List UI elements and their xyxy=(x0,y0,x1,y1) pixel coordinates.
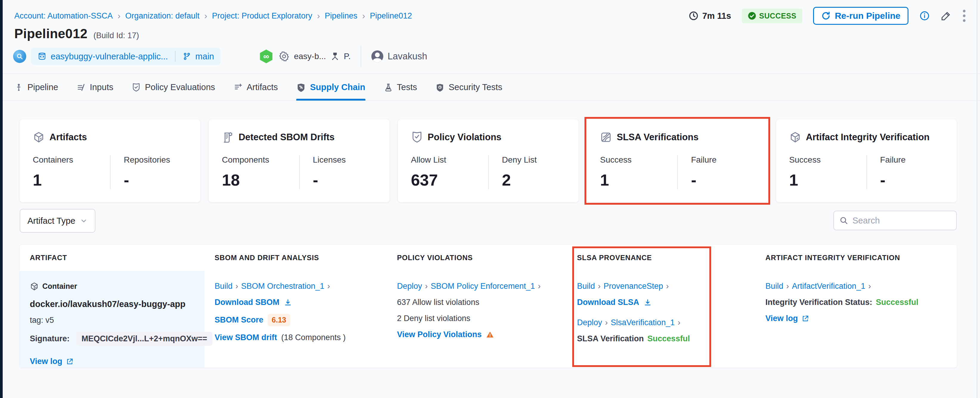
cube-icon xyxy=(789,131,801,143)
cell-integrity: Build › ArtifactVerification_1 › Integri… xyxy=(755,271,957,368)
breadcrumb-pipeline012[interactable]: Pipeline012 xyxy=(370,11,412,21)
trigger-pipeline-name[interactable]: easy-b... xyxy=(294,52,326,61)
trigger-info: easy-b... P. xyxy=(278,51,350,62)
stat-components: Components 18 xyxy=(222,155,299,189)
divider xyxy=(361,46,361,67)
step-link[interactable]: SBOM Orchestration_1 xyxy=(241,281,324,291)
card-artifacts: Artifacts Containers 1 Repositories - xyxy=(20,119,200,202)
signature-value[interactable]: MEQCICde2Vjl...L+2+mqnOXw== xyxy=(76,332,213,346)
user-name: Lavakush xyxy=(387,51,427,62)
scrollbar-track[interactable] xyxy=(977,0,977,398)
run-duration: 7m 11s xyxy=(689,11,731,21)
artifacts-table: ARTIFACT SBOM AND DRIFT ANALYSIS POLICY … xyxy=(20,245,957,368)
pill-divider xyxy=(175,51,175,62)
container-cube-icon xyxy=(30,282,39,291)
download-slsa-link[interactable]: Download SLSA xyxy=(577,298,640,307)
tab-security-tests[interactable]: Security Tests xyxy=(436,74,502,101)
sbom-score-link[interactable]: SBOM Score xyxy=(215,315,264,324)
rerun-label: Re-run Pipeline xyxy=(835,11,900,21)
view-log-link[interactable]: View log xyxy=(765,314,798,323)
card-slsa-verifications: SLSA Verifications Success 1 Failure - xyxy=(587,119,767,202)
tab-inputs[interactable]: Inputs xyxy=(76,74,113,101)
artifact-type-badge: Container xyxy=(30,281,77,291)
cell-policy: Deploy › SBOM Policy Enforcement_1 › 637… xyxy=(387,271,567,368)
stage-link[interactable]: Build xyxy=(215,281,232,291)
slsa-status-label: SLSA Verification xyxy=(577,334,644,344)
cell-artifact: Container docker.io/lavakush07/easy-bugg… xyxy=(20,271,204,368)
breadcrumb-pipelines[interactable]: Pipelines xyxy=(325,11,358,21)
column-header-slsa: SLSA PROVENANCE xyxy=(567,254,755,262)
search-input[interactable] xyxy=(853,216,965,225)
tab-policy-evaluations[interactable]: Policy Evaluations xyxy=(132,74,215,101)
sbom-score-badge: 6.13 xyxy=(268,314,291,326)
breadcrumb-organization[interactable]: Organization: default xyxy=(125,11,199,21)
step-link[interactable]: SlsaVerification_1 xyxy=(611,318,675,327)
view-log-link[interactable]: View log xyxy=(30,357,62,366)
step-link[interactable]: ArtifactVerification_1 xyxy=(792,281,865,291)
chevron-down-icon xyxy=(80,217,88,225)
summary-cards: Artifacts Containers 1 Repositories - De… xyxy=(20,119,957,202)
sbom-drift-count: (18 Components ) xyxy=(282,333,346,342)
supply-chain-shield-icon xyxy=(296,83,306,92)
filter-row: Artifact Type xyxy=(20,209,957,233)
integrity-status-value: Successful xyxy=(876,298,919,307)
tab-pipeline[interactable]: Pipeline xyxy=(14,74,58,101)
divider xyxy=(3,101,980,101)
shield-check-icon xyxy=(411,131,423,143)
top-actions: 7m 11s SUCCESS Re-run Pipeline xyxy=(689,7,966,25)
more-options-kebab-icon[interactable] xyxy=(962,9,966,22)
card-title: Detected SBOM Drifts xyxy=(239,132,334,142)
status-badge: SUCCESS xyxy=(742,9,802,23)
artifact-type-select[interactable]: Artifact Type xyxy=(20,209,95,233)
card-title: SLSA Verifications xyxy=(617,132,698,142)
stage-link[interactable]: Build xyxy=(577,281,595,291)
table-header: ARTIFACT SBOM AND DRIFT ANALYSIS POLICY … xyxy=(20,245,957,271)
search-icon xyxy=(839,216,848,225)
repository-pill[interactable]: easybuggy-vulnerable-applic... main xyxy=(31,48,221,65)
deny-list-violations: 2 Deny list violations xyxy=(397,314,470,323)
tab-artifacts[interactable]: Artifacts xyxy=(234,74,278,101)
execution-tabs: Pipeline Inputs Policy Evaluations Artif… xyxy=(14,74,502,101)
clock-icon xyxy=(689,11,698,21)
build-id: (Build Id: 17) xyxy=(93,31,139,40)
view-policy-violations-link[interactable]: View Policy Violations xyxy=(397,330,482,339)
tab-supply-chain[interactable]: Supply Chain xyxy=(296,74,365,101)
breadcrumb-separator: › xyxy=(317,11,320,20)
column-header-policy: POLICY VIOLATIONS xyxy=(387,254,567,262)
download-sbom-link[interactable]: Download SBOM xyxy=(215,298,280,307)
collapsed-nav-edge xyxy=(0,0,3,398)
rerun-pipeline-button[interactable]: Re-run Pipeline xyxy=(813,7,908,25)
edit-pencil-icon[interactable] xyxy=(941,10,951,21)
view-sbom-drift-link[interactable]: View SBOM drift xyxy=(215,333,277,342)
tab-tests[interactable]: Tests xyxy=(384,74,417,101)
breadcrumb-project[interactable]: Project: Product Exploratory xyxy=(212,11,312,21)
breadcrumb-separator: › xyxy=(118,11,121,20)
stage-link[interactable]: Build xyxy=(765,281,783,291)
step-link[interactable]: ProvenanceStep xyxy=(603,281,663,291)
info-icon[interactable] xyxy=(919,10,930,21)
status-text: SUCCESS xyxy=(759,12,796,20)
stat-slsa-success: Success 1 xyxy=(600,155,677,189)
title-row: Pipeline012 (Build Id: 17) xyxy=(14,26,139,41)
column-header-integrity: ARTIFACT INTEGRITY VERIFICATION xyxy=(755,254,957,262)
card-title: Policy Violations xyxy=(428,132,502,142)
stage-link[interactable]: Deploy xyxy=(397,281,422,291)
security-shield-icon xyxy=(436,83,444,92)
step-link[interactable]: SBOM Policy Enforcement_1 xyxy=(431,281,535,291)
stage-link[interactable]: Deploy xyxy=(577,318,602,327)
artifact-signature: Signature: MEQCICde2Vjl...L+2+mqnOXw== xyxy=(30,332,213,346)
flask-icon xyxy=(384,83,393,92)
sbom-scroll-icon xyxy=(222,131,234,143)
stat-deny-list: Deny List 2 xyxy=(488,155,565,189)
branch-name: main xyxy=(195,52,214,61)
breadcrumb-separator: › xyxy=(362,11,365,20)
card-policy-violations: Policy Violations Allow List 637 Deny Li… xyxy=(398,119,579,202)
breadcrumb-separator: › xyxy=(204,11,207,20)
refresh-icon xyxy=(821,11,830,21)
breadcrumb-account[interactable]: Account: Automation-SSCA xyxy=(14,11,113,21)
column-header-sbom: SBOM AND DRIFT ANALYSIS xyxy=(204,254,387,262)
external-link-icon xyxy=(802,315,809,323)
pipeline-icon xyxy=(14,83,23,92)
supply-chain-page: Account: Automation-SSCA› Organization: … xyxy=(0,0,980,398)
cell-sbom: Build › SBOM Orchestration_1 › Download … xyxy=(204,271,387,368)
